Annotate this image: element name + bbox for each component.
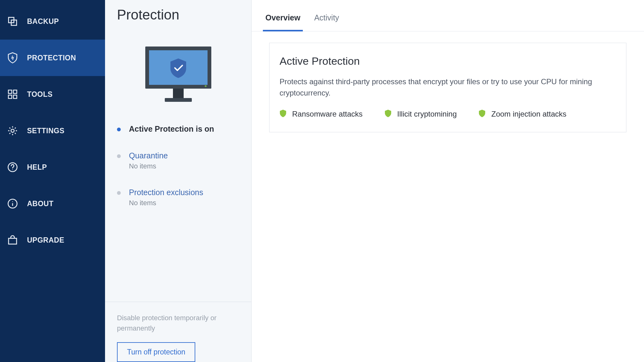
status-active-label: Active Protection is on [129,124,214,134]
sidebar-item-label: ABOUT [27,200,53,208]
sidebar-item-label: BACKUP [27,17,59,26]
shield-check-icon [280,109,286,119]
svg-rect-15 [173,89,184,98]
tab-bar: Overview Activity [252,0,644,31]
svg-point-17 [205,85,207,87]
svg-point-8 [12,169,13,170]
quarantine-subtext: No items [129,162,168,170]
svg-rect-4 [8,95,12,99]
status-dot-icon [117,191,121,195]
svg-rect-16 [165,98,192,102]
sidebar-item-protection[interactable]: PROTECTION [0,40,105,76]
shield-check-icon [479,109,486,119]
threat-cryptomining: Illicit cryptomining [385,109,457,119]
info-icon [7,198,18,209]
grid-icon [7,89,18,100]
disable-description: Disable protection temporarily or perman… [117,313,230,333]
backup-icon [7,16,18,27]
middle-panel: Protection Active Protection is on Quara… [105,0,252,362]
threat-label: Zoom injection attacks [491,110,566,118]
sidebar-item-label: HELP [27,163,47,172]
sidebar-item-about[interactable]: ABOUT [0,185,105,222]
active-protection-card: Active Protection Protects against third… [269,43,626,132]
sidebar-item-label: SETTINGS [27,127,64,135]
threat-list: Ransomware attacks Illicit cryptomining … [280,109,616,119]
sidebar-item-tools[interactable]: TOOLS [0,76,105,112]
svg-point-11 [12,201,13,202]
page-title: Protection [105,0,251,23]
sidebar-item-help[interactable]: HELP [0,149,105,185]
sidebar: BACKUP PROTECTION TOOLS SETTINGS [0,0,105,362]
disable-area: Disable protection temporarily or perman… [105,302,251,362]
gear-icon [7,125,18,136]
card-title: Active Protection [280,55,616,67]
status-dot-icon [117,154,121,158]
threat-ransomware: Ransomware attacks [280,109,363,119]
threat-label: Ransomware attacks [292,110,363,118]
status-active-protection: Active Protection is on [117,124,251,134]
svg-rect-2 [8,90,12,94]
exclusions-subtext: No items [129,199,203,207]
sidebar-item-settings[interactable]: SETTINGS [0,112,105,149]
svg-rect-3 [14,90,17,94]
status-quarantine[interactable]: Quarantine No items [117,151,251,170]
exclusions-link: Protection exclusions [129,188,203,197]
turn-off-protection-button[interactable]: Turn off protection [117,342,195,362]
card-description: Protects against third-party processes t… [280,76,600,99]
svg-point-6 [11,129,14,132]
status-dot-active-icon [117,128,121,131]
tab-activity[interactable]: Activity [307,13,346,31]
main-content: Overview Activity Active Protection Prot… [252,0,644,362]
shield-icon [7,52,18,63]
tab-overview[interactable]: Overview [258,13,307,31]
sidebar-item-backup[interactable]: BACKUP [0,3,105,40]
status-exclusions[interactable]: Protection exclusions No items [117,188,251,207]
svg-rect-5 [14,95,17,99]
shield-check-icon [385,109,391,119]
monitor-illustration [105,44,251,107]
help-icon [7,162,18,173]
status-list: Active Protection is on Quarantine No it… [105,124,251,225]
svg-rect-12 [8,238,17,244]
sidebar-item-label: TOOLS [27,90,53,99]
threat-label: Illicit cryptomining [397,110,457,118]
sidebar-item-label: PROTECTION [27,54,76,62]
bag-icon [7,234,18,246]
quarantine-link: Quarantine [129,151,168,160]
sidebar-item-label: UPGRADE [27,236,64,244]
sidebar-item-upgrade[interactable]: UPGRADE [0,222,105,258]
threat-zoom-injection: Zoom injection attacks [479,109,566,119]
